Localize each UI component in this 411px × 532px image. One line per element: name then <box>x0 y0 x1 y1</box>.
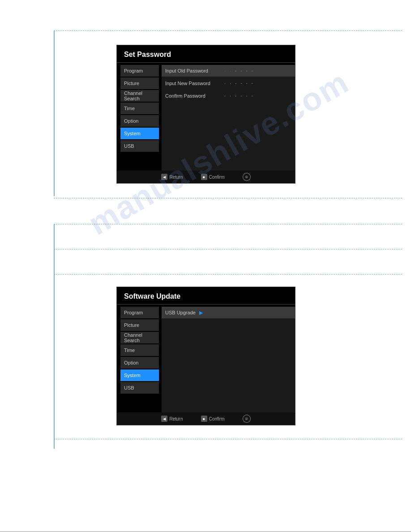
return-label-1: Return <box>169 175 183 180</box>
form-row-old-password[interactable]: Input Old Password · · · · · · <box>162 65 295 77</box>
form-row-new-password[interactable]: Input New Password · · · · · · <box>162 77 295 89</box>
new-password-dots: · · · · · · <box>224 81 254 86</box>
confirm-icon-1: ■ <box>201 174 207 180</box>
menu2-item-option[interactable]: Option <box>120 357 159 369</box>
return-icon-2: ◀ <box>161 416 167 422</box>
menu2-item-system[interactable]: System <box>120 369 159 381</box>
title-divider-2 <box>117 304 295 305</box>
divider-top-1 <box>54 30 402 31</box>
divider-mid-1 <box>54 198 402 198</box>
screen1-content: Input Old Password · · · · · · Input New… <box>162 65 295 171</box>
menu2-item-usb[interactable]: USB <box>120 382 159 394</box>
menu2-item-picture[interactable]: Picture <box>120 319 159 331</box>
menu-item-usb[interactable]: USB <box>120 140 159 152</box>
menu2-item-channel-search[interactable]: Channel Search <box>120 332 159 343</box>
confirm-password-dots: · · · · · · <box>224 93 254 99</box>
left-line-1 <box>54 30 55 196</box>
menu-item-time[interactable]: Time <box>120 103 159 114</box>
menu-item-system[interactable]: System <box>120 128 159 139</box>
return-label-2: Return <box>169 416 183 421</box>
screen1-container: Set Password Program Picture Channel Sea… <box>116 45 295 184</box>
divider-bottom <box>54 439 402 439</box>
divider-mid-2 <box>54 224 402 224</box>
form-row-confirm-password[interactable]: Confirm Password · · · · · · <box>162 90 295 102</box>
screen2-menu: Program Picture Channel Search Time Opti… <box>120 307 159 394</box>
new-password-label: Input New Password <box>162 81 224 86</box>
menu2-item-program[interactable]: Program <box>120 307 159 318</box>
screen1-title: Set Password <box>124 51 171 59</box>
confirm-label-2: Confirm <box>209 416 225 421</box>
left-line-3 <box>54 249 55 276</box>
old-password-label: Input Old Password <box>162 68 224 73</box>
return-btn-1[interactable]: ◀ Return <box>161 174 183 180</box>
screen1-footer: ◀ Return ■ Confirm ⊕ <box>117 171 295 183</box>
confirm-password-label: Confirm Password <box>162 93 224 99</box>
confirm-btn-1[interactable]: ■ Confirm <box>201 174 225 180</box>
confirm-icon-2: ■ <box>201 416 207 422</box>
return-icon-1: ◀ <box>161 174 167 180</box>
return-btn-2[interactable]: ◀ Return <box>161 416 183 422</box>
nav-icon-1[interactable]: ⊕ <box>243 173 251 181</box>
menu-item-channel-search[interactable]: Channel Search <box>120 90 159 102</box>
menu-item-option[interactable]: Option <box>120 115 159 127</box>
confirm-btn-2[interactable]: ■ Confirm <box>201 416 225 422</box>
nav-icon-2[interactable]: ⊕ <box>243 415 251 423</box>
confirm-label-1: Confirm <box>209 175 225 180</box>
screen2-footer: ◀ Return ■ Confirm ⊕ <box>117 412 295 425</box>
usb-upgrade-arrow: ▶ <box>199 310 203 316</box>
divider-mid-3 <box>54 249 402 249</box>
screen2-title: Software Update <box>124 292 180 300</box>
title-divider <box>117 62 295 63</box>
old-password-dots: · · · · · · <box>224 68 254 73</box>
usb-upgrade-label: USB Upgrade <box>162 310 196 315</box>
screen2-container: Software Update Program Picture Channel … <box>116 287 295 425</box>
left-line-2 <box>54 224 55 251</box>
divider-mid-4 <box>54 274 402 275</box>
menu-item-picture[interactable]: Picture <box>120 77 159 89</box>
usb-upgrade-row[interactable]: USB Upgrade ▶ <box>162 307 295 318</box>
screen1-menu: Program Picture Channel Search Time Opti… <box>120 65 159 152</box>
menu2-item-time[interactable]: Time <box>120 344 159 356</box>
left-line-4 <box>54 274 55 449</box>
screen2-content: USB Upgrade ▶ <box>162 307 295 412</box>
menu-item-program[interactable]: Program <box>120 65 159 77</box>
